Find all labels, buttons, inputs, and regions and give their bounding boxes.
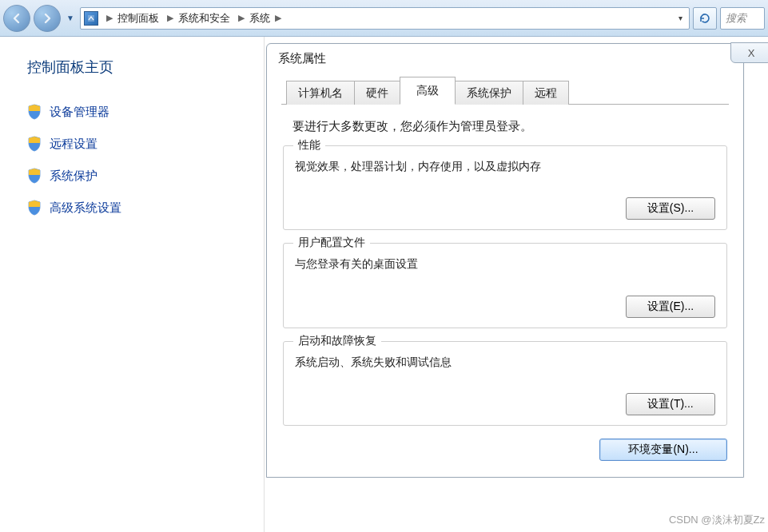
- sidebar-item-advanced-system-settings[interactable]: 高级系统设置: [27, 200, 248, 216]
- control-panel-icon: [84, 11, 98, 26]
- dialog-title: 系统属性: [278, 51, 326, 66]
- sidebar-item-remote-settings[interactable]: 远程设置: [27, 136, 248, 152]
- tab-system-protection[interactable]: 系统保护: [455, 81, 523, 105]
- tab-remote[interactable]: 远程: [523, 81, 569, 105]
- group-legend: 启动和故障恢复: [293, 334, 381, 348]
- group-legend: 性能: [293, 138, 325, 153]
- forward-button[interactable]: [34, 5, 61, 32]
- shield-icon: [27, 200, 42, 216]
- tab-computer-name[interactable]: 计算机名: [286, 81, 355, 105]
- environment-variables-button[interactable]: 环境变量(N)...: [599, 439, 727, 461]
- watermark-text: CSDN @淡沫初夏Zz: [669, 513, 765, 527]
- refresh-button[interactable]: [693, 7, 717, 30]
- address-bar[interactable]: ▶控制面板 ▶系统和安全 ▶系统▶ ▾: [80, 7, 690, 30]
- sidebar-item-label: 系统保护: [50, 169, 97, 184]
- main-content: 控制面板主页 设备管理器 远程设置 系统保护 高级系统设置: [0, 37, 768, 532]
- startup-recovery-settings-button[interactable]: 设置(T)...: [626, 393, 715, 415]
- tab-hardware[interactable]: 硬件: [354, 81, 400, 105]
- breadcrumb-segment[interactable]: ▶系统和安全: [162, 11, 230, 26]
- breadcrumb-label: 系统和安全: [178, 11, 230, 26]
- chevron-right-icon: ▶: [162, 13, 178, 23]
- close-icon: X: [748, 47, 755, 59]
- address-dropdown[interactable]: ▾: [673, 14, 687, 22]
- refresh-icon: [698, 12, 711, 25]
- group-user-profiles: 用户配置文件 与您登录有关的桌面设置 设置(E)...: [283, 243, 727, 328]
- chevron-right-icon: ▶: [270, 13, 286, 23]
- tab-advanced[interactable]: 高级: [400, 77, 456, 105]
- group-performance: 性能 视觉效果，处理器计划，内存使用，以及虚拟内存 设置(S)...: [283, 145, 727, 230]
- search-input[interactable]: 搜索: [720, 7, 765, 30]
- arrow-left-icon: [10, 12, 23, 25]
- sidebar-item-label: 高级系统设置: [50, 200, 121, 216]
- shield-icon: [27, 168, 42, 184]
- back-button[interactable]: [3, 5, 30, 32]
- search-placeholder: 搜索: [726, 11, 746, 26]
- sidebar-item-system-protection[interactable]: 系统保护: [27, 168, 248, 184]
- admin-warning-text: 要进行大多数更改，您必须作为管理员登录。: [292, 119, 724, 134]
- breadcrumb-segment[interactable]: ▶控制面板: [101, 11, 159, 26]
- user-profiles-settings-button[interactable]: 设置(E)...: [626, 296, 715, 318]
- close-button[interactable]: X: [730, 42, 768, 63]
- chevron-right-icon: ▶: [233, 13, 249, 23]
- dialog-titlebar[interactable]: 系统属性 X: [267, 44, 743, 73]
- shield-icon: [27, 136, 42, 152]
- group-description: 视觉效果，处理器计划，内存使用，以及虚拟内存: [295, 157, 715, 175]
- breadcrumb-segment[interactable]: ▶系统▶: [233, 11, 286, 26]
- arrow-right-icon: [41, 12, 54, 25]
- sidebar-title: 控制面板主页: [27, 58, 248, 77]
- system-properties-dialog: 系统属性 X 计算机名 硬件 高级 系统保护 远程 要进行大多数更改，您必须作为…: [266, 43, 744, 478]
- chevron-right-icon: ▶: [101, 13, 117, 23]
- sidebar-item-label: 远程设置: [50, 137, 97, 152]
- breadcrumb-label: 系统: [249, 11, 270, 26]
- explorer-nav-bar: ▼ ▶控制面板 ▶系统和安全 ▶系统▶ ▾ 搜索: [0, 0, 768, 37]
- tab-strip: 计算机名 硬件 高级 系统保护 远程: [281, 76, 729, 105]
- sidebar: 控制面板主页 设备管理器 远程设置 系统保护 高级系统设置: [0, 37, 264, 532]
- performance-settings-button[interactable]: 设置(S)...: [626, 197, 715, 220]
- group-legend: 用户配置文件: [293, 236, 370, 250]
- group-description: 系统启动、系统失败和调试信息: [295, 353, 715, 371]
- group-startup-recovery: 启动和故障恢复 系统启动、系统失败和调试信息 设置(T)...: [283, 341, 727, 426]
- group-description: 与您登录有关的桌面设置: [295, 255, 715, 272]
- sidebar-item-device-manager[interactable]: 设备管理器: [27, 104, 248, 120]
- breadcrumb-label: 控制面板: [117, 11, 159, 26]
- sidebar-item-label: 设备管理器: [50, 105, 109, 120]
- shield-icon: [27, 104, 42, 120]
- nav-history-dropdown[interactable]: ▼: [64, 5, 77, 32]
